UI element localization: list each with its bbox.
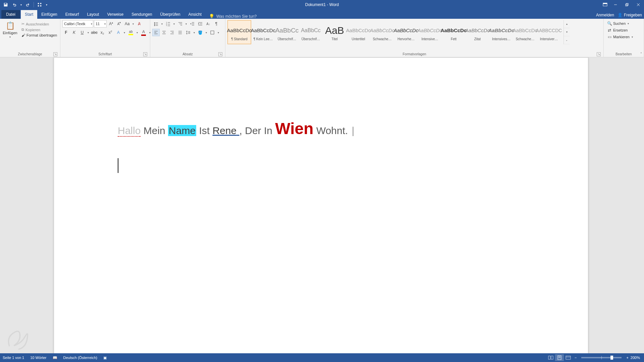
zoom-in-button[interactable]: + [624, 356, 630, 360]
highlight-button[interactable]: ab [127, 29, 135, 36]
font-size-combo[interactable]: 11▾ [94, 20, 107, 27]
style-item[interactable]: AABBCCDCIntensiver… [537, 20, 561, 44]
signin-button[interactable]: Anmelden [596, 13, 614, 17]
superscript-button[interactable]: x2 [107, 29, 114, 36]
touch-mode-button[interactable] [36, 1, 43, 8]
language-indicator[interactable]: Deutsch (Österreich) [63, 356, 97, 360]
read-mode-button[interactable] [546, 354, 555, 361]
maximize-button[interactable] [621, 0, 633, 9]
select-button[interactable]: ▭ Markieren ▾ [606, 34, 634, 40]
underline-button[interactable]: U [78, 29, 86, 36]
clear-formatting-button[interactable]: A̷ [136, 20, 143, 27]
tab-ansicht[interactable]: Ansicht [184, 10, 206, 19]
paste-button[interactable]: 📋 Einfügen ▾ [2, 20, 18, 39]
sort-button[interactable]: A↓ [205, 20, 212, 27]
multilevel-list-button[interactable] [176, 20, 184, 27]
text-word-highlighted[interactable]: Name [168, 125, 196, 136]
tell-me-search[interactable]: 💡 Was möchten Sie tun? [206, 14, 260, 19]
text-effects-dropdown[interactable]: ▾ [123, 31, 126, 34]
align-center-button[interactable] [160, 29, 168, 36]
style-item[interactable]: AaBbCcDcHervorhe… [394, 20, 418, 44]
undo-dropdown[interactable]: ▾ [19, 1, 23, 8]
collapse-ribbon-button[interactable]: ˄ [640, 52, 642, 56]
save-button[interactable] [2, 1, 9, 8]
tab-einfügen[interactable]: Einfügen [37, 10, 61, 19]
numbering-dropdown[interactable]: ▾ [172, 22, 176, 25]
find-button[interactable]: 🔍 Suchen ▾ [606, 21, 634, 26]
bullets-button[interactable] [152, 20, 160, 27]
justify-button[interactable] [176, 29, 184, 36]
bullets-dropdown[interactable]: ▾ [160, 22, 164, 25]
tab-sendungen[interactable]: Sendungen [127, 10, 156, 19]
text-punct[interactable]: , [239, 125, 242, 136]
text-punct[interactable] [236, 125, 239, 136]
subscript-button[interactable]: x2 [99, 29, 106, 36]
decrease-indent-button[interactable] [189, 20, 196, 27]
shading-dropdown[interactable]: ▾ [205, 31, 208, 34]
shading-button[interactable]: 🪣 [197, 29, 204, 36]
close-button[interactable] [633, 0, 644, 9]
change-case-dropdown[interactable]: ▾ [131, 22, 135, 25]
style-item[interactable]: AaBbCcDc¶ Standard [227, 20, 251, 44]
style-item[interactable]: AaBbCcÜberschrif… [299, 20, 323, 44]
file-tab[interactable]: Datei [1, 10, 20, 19]
style-item[interactable]: AaBbCcDcSchwache… [513, 20, 537, 44]
text-word[interactable]: Hallo [118, 125, 141, 137]
macro-record-button[interactable]: ▣ [103, 356, 107, 360]
underline-dropdown[interactable]: ▾ [87, 31, 90, 34]
ribbon-display-options[interactable] [600, 0, 610, 9]
web-layout-button[interactable] [564, 354, 573, 361]
tab-start[interactable]: Start [21, 10, 37, 19]
text-word-emphasis[interactable]: Wien [275, 120, 313, 137]
numbering-button[interactable]: 123 [164, 20, 172, 27]
share-button[interactable]: 👤 Freigeben [618, 13, 642, 17]
style-item[interactable]: AaBbCcDc¶ Kein Lee… [251, 20, 275, 44]
text-word[interactable]: Ist [199, 125, 210, 136]
text-word-underlined[interactable]: Rene [212, 125, 236, 136]
page[interactable]: Hallo Mein Name Ist Rene , Der In Wien W… [54, 57, 588, 353]
borders-button[interactable] [209, 29, 216, 36]
font-dialog-launcher[interactable]: ↘ [143, 52, 147, 56]
text-word[interactable]: Mein [144, 125, 165, 136]
style-item[interactable]: AaBbCcÜberschrif… [275, 20, 299, 44]
styles-row-up[interactable]: ▴ [564, 20, 570, 28]
customize-qat-button[interactable]: ▾ [45, 1, 49, 8]
tab-entwurf[interactable]: Entwurf [61, 10, 83, 19]
zoom-out-button[interactable]: − [573, 356, 579, 360]
document-content[interactable]: Hallo Mein Name Ist Rene , Der In Wien W… [118, 118, 353, 140]
style-item[interactable]: AaBbCcDcSchwache… [370, 20, 394, 44]
undo-button[interactable] [11, 1, 18, 8]
show-marks-button[interactable]: ¶ [213, 20, 220, 27]
font-name-combo[interactable]: Calibri (Textk▾ [62, 20, 93, 27]
line-spacing-dropdown[interactable]: ▾ [193, 31, 196, 34]
redo-button[interactable] [24, 1, 32, 8]
text-word[interactable]: In [264, 125, 272, 136]
style-item[interactable]: AaBbCcDcUntertitel [346, 20, 370, 44]
page-indicator[interactable]: Seite 1 von 1 [3, 356, 24, 360]
paragraph-dialog-launcher[interactable]: ↘ [218, 52, 222, 56]
strikethrough-button[interactable]: abc [91, 29, 98, 36]
tab-layout[interactable]: Layout [83, 10, 103, 19]
style-item[interactable]: AaBbCcDcZitat [466, 20, 489, 44]
text-effects-button[interactable]: A [115, 29, 122, 36]
zoom-percent[interactable]: 200% [631, 356, 640, 360]
minimize-button[interactable] [610, 0, 621, 9]
clipboard-dialog-launcher[interactable]: ↘ [53, 52, 57, 56]
change-case-button[interactable]: Aa [123, 20, 131, 27]
replace-button[interactable]: ⇄ Ersetzen [606, 27, 634, 33]
borders-dropdown[interactable]: ▾ [217, 31, 220, 34]
multilevel-dropdown[interactable]: ▾ [184, 22, 188, 25]
increase-indent-button[interactable] [197, 20, 204, 27]
text-word[interactable]: Wohnt. [316, 125, 348, 136]
styles-row-down[interactable]: ▾ [564, 28, 570, 36]
align-right-button[interactable] [168, 29, 176, 36]
align-left-button[interactable] [152, 29, 160, 36]
grow-font-button[interactable]: A▴ [107, 20, 115, 27]
zoom-slider[interactable] [581, 357, 622, 358]
tab-überprüfen[interactable]: Überprüfen [156, 10, 184, 19]
styles-expand[interactable]: ⌄ [564, 36, 570, 44]
line-spacing-button[interactable] [184, 29, 192, 36]
bold-button[interactable]: F [62, 29, 70, 36]
tab-verweise[interactable]: Verweise [103, 10, 127, 19]
spellcheck-button[interactable]: 📖 [53, 356, 57, 360]
